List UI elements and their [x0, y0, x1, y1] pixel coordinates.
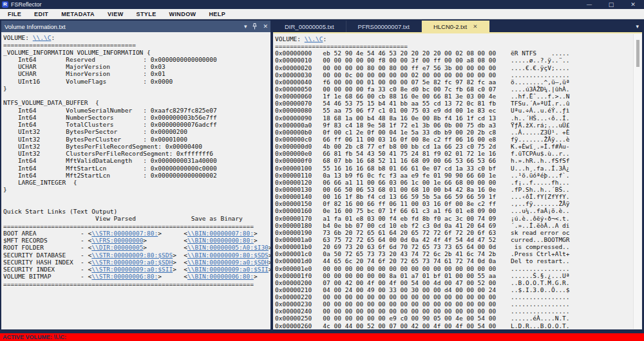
- hex-row: 0x00000240 00 00 00 00 00 00 00 00 00 00…: [275, 308, 642, 315]
- output-link[interactable]: \\.\C: [305, 35, 323, 42]
- output-link[interactable]: \\BIN:00000009:80:$SDS: [187, 252, 269, 259]
- hex-row: 0x000000f0 68 07 bb 16 68 52 11 16 68 09…: [275, 157, 642, 164]
- text-line: $MFT RECORDS - <\\FRS:00000000> <\\BIN:0…: [3, 237, 270, 244]
- panel-close-icon[interactable]: ✕: [263, 24, 268, 30]
- hex-row: 0x00000200 07 00 42 00 4f 00 4f 00 54 00…: [275, 279, 642, 286]
- menu-metadata[interactable]: METADATA: [55, 9, 101, 19]
- output-link[interactable]: \\BIN:00000005:A0:$I30: [187, 244, 269, 251]
- output-link[interactable]: \\.\C: [33, 34, 52, 41]
- hex-row: 0x00000020 00 00 00 00 80 00 80 00 ff e7…: [275, 64, 642, 71]
- text-line: VOLUME: \\.\C:: [275, 35, 642, 42]
- hex-row: 0x00000160 0e 16 00 75 bc 07 1f 66 61 c3…: [275, 207, 642, 214]
- output-link[interactable]: \\BIN:00000006:80:: [187, 273, 254, 280]
- tab-list-dropdown-icon[interactable]: ▾: [632, 21, 642, 32]
- hex-row: 0x00000000 eb 52 90 4e 54 46 53 20 20 20…: [275, 50, 642, 57]
- text-line: Int64 NumberSectors : 0x000000003b56e7ff: [3, 114, 270, 121]
- hex-dump: 0x00000000 eb 52 90 4e 54 46 53 20 20 20…: [275, 50, 642, 329]
- hex-row: 0x00000080 55 aa 75 06 f7 c1 01 00 75 03…: [275, 107, 642, 114]
- vertical-scrollbar[interactable]: [633, 34, 641, 329]
- menu-style[interactable]: STYLE: [130, 9, 163, 19]
- text-line: UInt32 ClustersPerFileRecordSegment: 0xf…: [3, 150, 270, 157]
- hex-row: 0x000000b0 0f 00 c1 2e 0f 00 04 1e 5a 33…: [275, 129, 642, 136]
- window-controls: — □ ✕: [578, 1, 644, 8]
- status-bar: ACTIVE VOLUME: \\.\C:: [0, 333, 644, 341]
- tab-HLCN0-2.txt[interactable]: HLCN0-2.txt✕: [422, 21, 489, 32]
- menu-bar: FILEEDITMETADATAVIEWSTYLEWINDOWHELP: [0, 9, 644, 19]
- hex-row: 0x00000140 00 16 1f 8b f4 cd 13 66 59 5b…: [275, 193, 642, 200]
- hex-row: 0x00000040 f6 00 00 00 01 00 00 00 07 5e…: [275, 78, 642, 86]
- hex-row: 0x000001b0 20 69 73 20 63 6f 6d 70 72 65…: [275, 243, 642, 250]
- text-line: [3, 201, 270, 208]
- text-line: Int64 TotalClusters : 0x00000000076adcff: [3, 121, 270, 128]
- output-link[interactable]: \\FRS:00000000: [91, 237, 143, 244]
- hex-row: 0x00000170 a1 fa 01 e8 03 00 f4 eb fd 8b…: [275, 215, 642, 222]
- text-line: UCHAR MajorVersion : 0x03: [3, 63, 270, 70]
- hex-row: 0x000000d0 4b 00 2b c8 77 ef b8 00 bb cd…: [275, 143, 642, 150]
- window-title: FSReflector: [11, 1, 42, 8]
- menu-window[interactable]: WINDOW: [163, 9, 203, 19]
- text-line: LARGE_INTEGER {: [3, 179, 270, 186]
- text-line: [3, 92, 270, 99]
- tab-close-icon[interactable]: ✕: [473, 23, 477, 30]
- main-area: Volume Information.txt ▾ ✕ VOLUME: \\.\C…: [0, 19, 644, 333]
- text-line: BOOT AREA - <\\STR:00000007:80:> <\\BIN:…: [3, 230, 270, 237]
- text-line: VOLUME: \\.\C:: [3, 34, 270, 41]
- output-link[interactable]: \\DIR:00000005: [91, 244, 143, 251]
- text-line: Int64 MftStartLcn : 0x00000000000c0000: [3, 165, 270, 172]
- output-link[interactable]: \\BIN:00000007:80:: [187, 230, 254, 237]
- pin-icon[interactable]: [252, 23, 257, 30]
- hex-row: 0x00000090 18 68 1a 00 b4 48 8a 16 0e 00…: [275, 115, 642, 122]
- tab-bar: DIR_00000005.txtPFRS00000007.txtHLCN0-2.…: [273, 21, 642, 33]
- menu-view[interactable]: VIEW: [101, 9, 130, 19]
- active-volume-text: ACTIVE VOLUME: \\.\C:: [3, 334, 66, 340]
- tab-DIR_00000005.txt[interactable]: DIR_00000005.txt: [273, 21, 346, 32]
- hex-row: 0x000001d0 44 65 6c 20 74 6f 20 72 65 73…: [275, 257, 642, 264]
- hex-row: 0x00000180 b4 0e bb 07 00 cd 10 eb f2 c3…: [275, 222, 642, 229]
- hex-row: 0x000000c0 66 ff 06 11 00 03 16 0f 00 8e…: [275, 136, 642, 143]
- tab-label: DIR_00000005.txt: [285, 23, 334, 30]
- text-line: Int64 MftValidDataLength : 0x0000000031a…: [3, 157, 270, 164]
- output-link[interactable]: \\STR:00000009:80:$SDS: [91, 252, 173, 259]
- output-link[interactable]: \\BIN:00000009:a0:$SII: [187, 266, 269, 273]
- volume-info-text: VOLUME: \\.\C:==========================…: [1, 32, 270, 329]
- output-link[interactable]: \\STR:00000007:80:: [91, 230, 158, 237]
- hex-row: 0x000001c0 0a 50 72 65 73 73 20 43 74 72…: [275, 250, 642, 257]
- text-line: UInt16 VolumeFlags : 0x0000: [3, 78, 270, 85]
- chevron-down-icon[interactable]: ▾: [244, 24, 247, 30]
- left-panel-header: Volume Information.txt ▾ ✕: [1, 21, 270, 32]
- hex-row: 0x000000a0 9f 83 c4 18 9e 58 1f 72 e1 3b…: [275, 122, 642, 129]
- text-line: _VOLUME_INFORMATION VOLUME_INFORMATION {: [3, 49, 270, 56]
- minimize-icon[interactable]: —: [578, 1, 600, 8]
- text-line: Int64 Reserved : 0x0000000000000000: [3, 56, 270, 63]
- text-line: Int64 VolumeSerialNumber : 0xaafc8297fc8…: [3, 107, 270, 114]
- hex-row: 0x000001a0 63 75 72 72 65 64 00 0d 0a 42…: [275, 236, 642, 243]
- output-link[interactable]: \\BIN:00000000:80:: [187, 237, 254, 244]
- scrollbar-thumb[interactable]: [636, 40, 639, 67]
- close-icon[interactable]: ✕: [622, 1, 644, 8]
- text-line: ROOT FOLDER - <\\DIR:00000005> <\\BIN:00…: [3, 244, 270, 251]
- menu-file[interactable]: FILE: [1, 9, 28, 19]
- tab-PFRS00000007.txt[interactable]: PFRS00000007.txt: [346, 21, 422, 32]
- output-link[interactable]: \\BIN:00000009:a0:$SDH: [187, 259, 269, 266]
- text-line: UInt32 BytesPerSector : 0x00000200: [3, 128, 270, 135]
- hex-row: 0x00000070 54 46 53 75 15 b4 41 bb aa 55…: [275, 100, 642, 107]
- menu-help[interactable]: HELP: [202, 9, 232, 19]
- text-line: ====================================: [275, 42, 642, 50]
- hex-row: 0x00000260 4c 00 44 00 52 00 07 00 42 00…: [275, 322, 642, 329]
- maximize-icon[interactable]: □: [600, 1, 622, 8]
- menu-edit[interactable]: EDIT: [28, 9, 55, 19]
- left-panel: Volume Information.txt ▾ ✕ VOLUME: \\.\C…: [1, 21, 270, 329]
- tab-label: PFRS00000007.txt: [358, 23, 410, 30]
- output-link[interactable]: \\STR:00000006:80:: [91, 273, 158, 280]
- hex-row: 0x00000150 0f 82 16 00 66 ff 06 11 00 03…: [275, 200, 642, 207]
- output-link[interactable]: \\STR:00000009:a0:$SII: [91, 266, 173, 273]
- hex-row: 0x00000230 00 00 00 00 00 00 00 00 00 00…: [275, 300, 642, 308]
- hex-row: 0x00000060 1f 1e 68 66 00 cb 88 16 0e 00…: [275, 93, 642, 100]
- hex-row: 0x00000100 55 16 16 16 68 b8 01 66 61 0e…: [275, 165, 642, 172]
- text-line: ========================================…: [3, 223, 270, 230]
- output-link[interactable]: \\STR:00000009:a0:$SDH: [91, 259, 173, 266]
- text-line: [3, 194, 270, 201]
- text-line: View Parsed Save as Binary: [3, 215, 270, 222]
- hex-row: 0x00000050 00 00 00 00 fa 33 c0 8e d0 bc…: [275, 86, 642, 93]
- text-line: UInt32 BytesPerFileRecordSegment: 0x0000…: [3, 143, 270, 150]
